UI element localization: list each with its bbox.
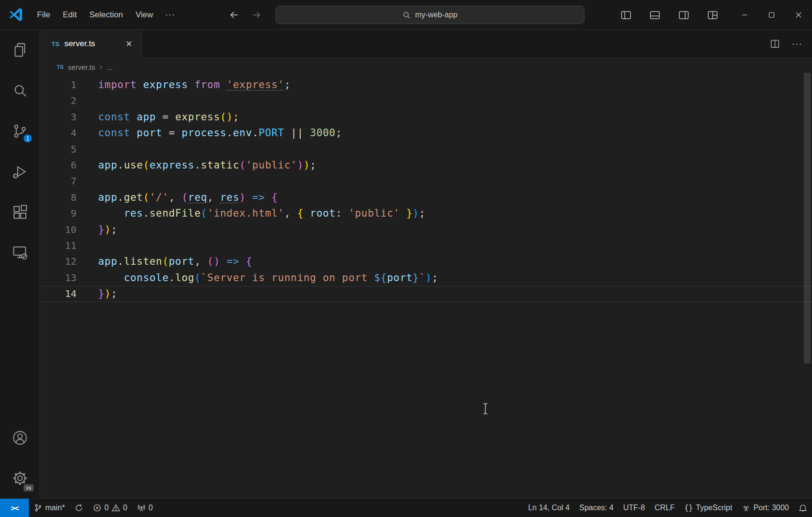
code-token: , [284,207,297,219]
editor-scrollbar[interactable] [804,73,811,363]
maximize-button[interactable] [758,0,785,30]
split-editor-button[interactable] [766,35,784,53]
search-icon [403,11,411,19]
code-token: ; [233,111,239,123]
menu-overflow-button[interactable]: ··· [159,10,181,20]
line-number[interactable]: 8 [40,190,76,206]
line-number[interactable]: 5 [40,142,76,157]
indentation-indicator[interactable]: Spaces: 4 [574,499,618,517]
code-token: from [194,79,227,90]
code-line[interactable]: 10}); [40,222,812,238]
code-editor[interactable]: 1import express from 'express';23const a… [0,76,812,498]
code-line[interactable]: 8app.get('/', (req, res) => { [40,190,812,206]
code-line[interactable]: 14}); [40,286,812,302]
code-line[interactable]: 13 console.log(`Server is running on por… [40,270,812,286]
tab-server-ts[interactable]: TS server.ts ✕ [40,30,142,58]
code-token: ( [194,272,201,284]
code-line[interactable]: 9 res.sendFile('index.html', { root: 'pu… [40,206,812,221]
code-line[interactable]: 11 [40,238,812,254]
code-token: . [194,159,201,171]
code-text: console.log(`Server is running on port $… [98,270,438,286]
git-branch-icon [34,504,42,512]
breadcrumb: TS server.ts › ... [40,58,812,76]
toggle-panel-button[interactable] [646,6,664,24]
language-mode-indicator[interactable]: {} TypeScript [680,499,737,517]
minimize-icon [740,10,749,20]
code-line[interactable]: 5 [40,142,812,157]
minimize-button[interactable] [731,0,758,30]
menu-selection[interactable]: Selection [83,7,129,23]
ports-indicator[interactable]: 0 [132,499,158,517]
close-window-button[interactable] [785,0,812,30]
port-forward-text: Port: 3000 [753,504,789,512]
sync-icon [75,504,83,512]
code-line[interactable]: 2 [40,93,812,109]
toggle-primary-sidebar-button[interactable] [617,6,635,24]
line-number[interactable]: 13 [40,270,76,286]
code-token: 'public' [246,159,297,171]
code-token [265,192,271,203]
editor-actions: ··· [766,30,812,57]
menu-view[interactable]: View [129,7,160,23]
port-forward-indicator[interactable]: Port: 3000 [737,499,794,517]
line-number[interactable]: 1 [40,77,76,93]
code-line[interactable]: 4const port = process.env.PORT || 3000; [40,125,812,141]
code-token: = [169,127,182,139]
code-line[interactable]: 12app.listen(port, () => { [40,254,812,270]
notifications-button[interactable] [794,499,812,517]
activity-bar: 1 [0,30,40,498]
line-number[interactable]: 3 [40,109,76,125]
breadcrumb-file[interactable]: server.ts [68,63,95,71]
activity-explorer[interactable] [0,30,39,70]
activity-settings[interactable]: vs [0,458,39,498]
sync-changes-button[interactable] [70,499,88,517]
cursor-position[interactable]: Ln 14, Col 4 [523,499,574,517]
problems-indicator[interactable]: 0 0 [88,499,132,517]
menu-file[interactable]: File [31,7,56,23]
encoding-indicator[interactable]: UTF-8 [618,499,649,517]
code-token: } [98,224,104,235]
code-token: res [124,207,143,219]
line-number[interactable]: 7 [40,173,76,189]
back-button[interactable] [225,6,243,24]
editor-more-actions-button[interactable]: ··· [792,39,802,49]
activity-accounts[interactable] [0,417,39,458]
activity-extensions[interactable] [0,192,39,232]
line-number[interactable]: 12 [40,254,76,270]
code-line[interactable]: 3const app = express(); [40,109,812,125]
tab-close-button[interactable]: ✕ [122,37,136,51]
status-bar: >< main* 0 0 [0,498,812,517]
code-line[interactable]: 1import express from 'express'; [40,77,812,93]
profile-badge: vs [23,484,34,492]
code-token: { [246,256,252,267]
line-number[interactable]: 14 [40,286,76,302]
code-token: ${ [374,272,387,284]
code-token: . [169,272,175,284]
line-number[interactable]: 9 [40,206,76,221]
toggle-secondary-sidebar-button[interactable] [674,6,693,24]
menu-edit[interactable]: Edit [56,7,83,23]
customize-layout-button[interactable] [703,6,722,24]
code-lines: 1import express from 'express';23const a… [40,77,812,302]
forward-button[interactable] [247,6,266,24]
line-number[interactable]: 10 [40,222,76,238]
code-line[interactable]: 7 [40,173,812,189]
code-token: port [169,256,194,267]
code-token: ( [201,207,207,219]
activity-search[interactable] [0,70,39,111]
line-number[interactable]: 6 [40,157,76,173]
activity-source-control[interactable]: 1 [0,111,39,151]
code-token: ; [336,127,342,139]
activity-run-debug[interactable] [0,151,39,192]
activity-remote-explorer[interactable] [0,232,39,272]
code-line[interactable]: 6app.use(express.static('public')); [40,157,812,173]
eol-indicator[interactable]: CRLF [650,499,680,517]
remote-indicator[interactable]: >< [0,499,29,517]
line-number[interactable]: 11 [40,238,76,254]
line-number[interactable]: 4 [40,125,76,141]
breadcrumb-symbol-ellipsis[interactable]: ... [106,63,113,71]
branch-indicator[interactable]: main* [29,499,70,517]
command-center-search[interactable]: my-web-app [276,6,584,24]
code-token: : [336,207,349,219]
line-number[interactable]: 2 [40,93,76,109]
